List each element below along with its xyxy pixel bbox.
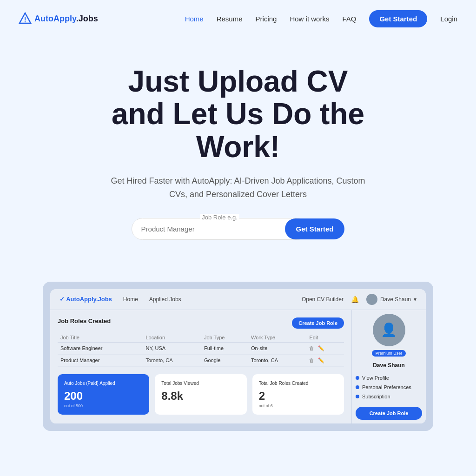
delete-icon[interactable]: 🗑: [309, 345, 314, 351]
nav-resume[interactable]: Resume: [217, 15, 243, 23]
profile-menu: View Profile Personal Preferences Subscr…: [356, 373, 422, 401]
menu-dot-icon: [356, 376, 359, 380]
dash-nav-home[interactable]: Home: [123, 296, 138, 303]
dash-profile-sidebar: 👤 Premium User Dave Shaun View Profile P…: [351, 310, 426, 423]
table-row: Product Manager Toronto, CA Google Toron…: [58, 354, 344, 366]
nav-home[interactable]: Home: [185, 15, 204, 23]
menu-dot-icon: [356, 385, 359, 389]
chevron-down-icon: ▾: [414, 296, 416, 303]
col-job-type: Job Type: [201, 333, 248, 343]
col-work-type: Work Type: [248, 333, 306, 343]
nav-get-started-button[interactable]: Get Started: [369, 10, 427, 27]
profile-badge: Premium User: [372, 350, 406, 357]
profile-menu-item-sub[interactable]: Subscription: [356, 392, 422, 401]
nav-links: Home Resume Pricing How it works FAQ Get…: [185, 10, 457, 27]
col-job-title: Job Title: [58, 333, 143, 343]
nav-faq[interactable]: FAQ: [342, 15, 356, 23]
edit-icon[interactable]: ✏️: [318, 357, 324, 364]
logo-text: AutoApply.Jobs: [34, 14, 98, 24]
dash-logo: ✓ AutoApply.Jobs: [60, 296, 112, 303]
edit-icon[interactable]: ✏️: [318, 345, 324, 351]
stat-card-roles: Total Job Roles Created 2 out of 6: [252, 374, 344, 415]
col-edit: Edit: [306, 333, 344, 343]
svg-point-2: [25, 21, 26, 22]
main-nav: AutoApply.Jobs Home Resume Pricing How i…: [0, 0, 476, 37]
hero-search-bar: Job Role e.g. Get Started: [117, 218, 359, 240]
hero-title: Just Upload CV and Let Us Do the Work!: [75, 65, 401, 163]
hero-section: Just Upload CV and Let Us Do the Work! G…: [0, 37, 476, 258]
hero-subtitle: Get Hired Faster with AutoApply: AI-Driv…: [108, 174, 368, 201]
dash-user-menu[interactable]: Dave Shaun ▾: [366, 294, 416, 305]
col-location: Location: [143, 333, 201, 343]
dash-create-job-role-button[interactable]: Create Job Role: [292, 317, 344, 329]
search-label: Job Role e.g.: [200, 214, 239, 221]
logo[interactable]: AutoApply.Jobs: [19, 12, 98, 25]
dash-avatar-sm: [366, 294, 377, 305]
dash-nav: ✓ AutoApply.Jobs Home Applied Jobs Open …: [50, 289, 426, 310]
stats-cards: Auto Jobs (Paid) Applied 200 out of 500 …: [58, 374, 344, 415]
search-input[interactable]: [139, 221, 300, 237]
nav-login-link[interactable]: Login: [440, 15, 457, 23]
menu-dot-icon: [356, 395, 359, 398]
nav-how-it-works[interactable]: How it works: [290, 15, 329, 23]
dash-section-title: Job Roles Created: [58, 317, 111, 324]
profile-menu-item-prefs[interactable]: Personal Preferences: [356, 383, 422, 392]
table-row: Software Engineer NY, USA Full-time On-s…: [58, 342, 344, 354]
nav-pricing[interactable]: Pricing: [256, 15, 277, 23]
profile-menu-item-view[interactable]: View Profile: [356, 373, 422, 383]
dashboard-preview: ✓ AutoApply.Jobs Home Applied Jobs Open …: [43, 282, 433, 431]
bell-icon[interactable]: 🔔: [351, 296, 359, 303]
dash-open-cv[interactable]: Open CV Builder: [302, 296, 344, 303]
dash-nav-applied[interactable]: Applied Jobs: [149, 296, 181, 303]
profile-avatar: 👤: [373, 314, 405, 346]
stat-card-applied: Auto Jobs (Paid) Applied 200 out of 500: [58, 374, 149, 415]
search-box: Job Role e.g.: [132, 218, 308, 240]
delete-icon[interactable]: 🗑: [309, 357, 314, 364]
stat-card-viewed: Total Jobs Viewed 8.8k: [155, 374, 246, 415]
hero-get-started-button[interactable]: Get Started: [285, 218, 345, 239]
profile-name: Dave Shaun: [356, 362, 422, 369]
profile-create-job-role-button[interactable]: Create Job Role: [356, 407, 422, 420]
job-roles-table: Job Title Location Job Type Work Type Ed…: [58, 333, 344, 367]
